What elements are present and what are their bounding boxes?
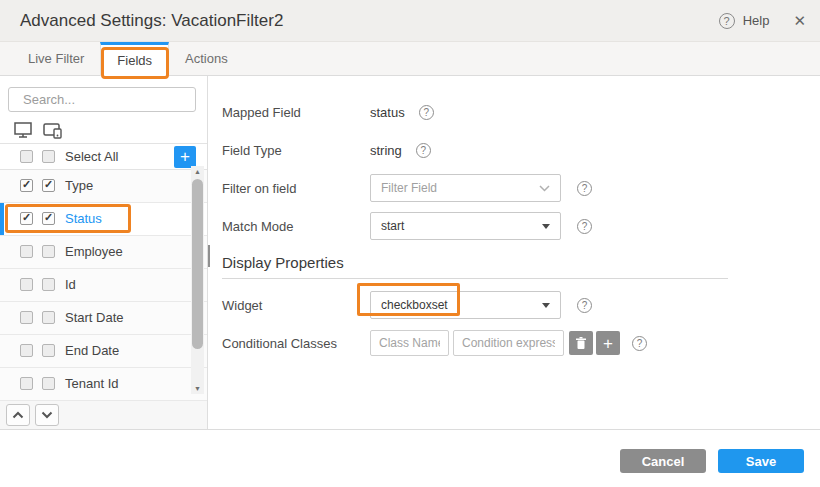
- mapped-field-label: Mapped Field: [222, 105, 370, 120]
- scroll-up-icon[interactable]: ▲: [191, 166, 204, 177]
- close-icon[interactable]: ✕: [793, 13, 806, 28]
- scrollbar[interactable]: ▲ ▼: [191, 166, 204, 394]
- field-label: End Date: [65, 343, 119, 358]
- mobile-checkbox[interactable]: [42, 212, 55, 225]
- desktop-checkbox[interactable]: [20, 311, 33, 324]
- desktop-checkbox[interactable]: [20, 344, 33, 357]
- search-area: [0, 76, 207, 116]
- mobile-devices-icon[interactable]: [42, 121, 64, 139]
- field-label: Tenant Id: [65, 376, 119, 391]
- field-list: Type Status Employee: [0, 170, 207, 401]
- dialog-titlebar: Advanced Settings: VacationFilter2 ? Hel…: [0, 0, 820, 42]
- help-icon[interactable]: [419, 105, 434, 120]
- field-list-item-employee[interactable]: Employee: [0, 236, 207, 269]
- dropdown-caret-icon: [542, 303, 550, 308]
- field-list-item-end-date[interactable]: End Date: [0, 335, 207, 368]
- help-icon[interactable]: [577, 219, 592, 234]
- mobile-checkbox[interactable]: [42, 311, 55, 324]
- help-link[interactable]: Help: [743, 13, 770, 28]
- search-input[interactable]: [23, 92, 199, 107]
- field-type-value: string: [370, 143, 402, 158]
- cancel-button[interactable]: Cancel: [620, 449, 706, 473]
- mobile-checkbox[interactable]: [42, 245, 55, 258]
- match-mode-row: Match Mode start: [222, 212, 820, 240]
- select-all-label: Select All: [65, 149, 118, 164]
- move-up-button[interactable]: [6, 404, 30, 426]
- field-list-item-id[interactable]: Id: [0, 269, 207, 302]
- mobile-checkbox[interactable]: [42, 278, 55, 291]
- help-icon[interactable]: [632, 336, 647, 351]
- chevron-down-icon: [539, 185, 550, 192]
- field-list-item-tenant-id[interactable]: Tenant Id: [0, 368, 207, 401]
- advanced-settings-dialog: Advanced Settings: VacationFilter2 ? Hel…: [0, 0, 820, 487]
- field-label: Id: [65, 277, 76, 292]
- help-icon[interactable]: [416, 143, 431, 158]
- desktop-checkbox[interactable]: [20, 179, 33, 192]
- widget-label: Widget: [222, 298, 370, 313]
- tab-label: Actions: [185, 51, 228, 66]
- help-icon[interactable]: ?: [719, 13, 735, 29]
- select-all-row[interactable]: Select All +: [0, 144, 207, 169]
- fields-sidebar: Select All + Type Status: [0, 76, 208, 429]
- filter-field-placeholder: Filter Field: [381, 181, 539, 195]
- field-list-item-type[interactable]: Type: [0, 170, 207, 203]
- mobile-checkbox[interactable]: [42, 377, 55, 390]
- desktop-checkbox[interactable]: [20, 245, 33, 258]
- titlebar-actions: ? Help ✕: [719, 13, 806, 29]
- condition-expression-input[interactable]: [453, 330, 564, 356]
- field-list-item-status[interactable]: Status: [0, 203, 207, 236]
- add-condition-button[interactable]: +: [596, 331, 620, 355]
- field-type-label: Field Type: [222, 143, 370, 158]
- save-button[interactable]: Save: [718, 449, 804, 473]
- filter-on-field-row: Filter on field Filter Field: [222, 174, 820, 202]
- dialog-title: Advanced Settings: VacationFilter2: [20, 11, 719, 31]
- field-label: Start Date: [65, 310, 124, 325]
- select-all-mobile-checkbox[interactable]: [42, 150, 55, 163]
- field-settings-panel: Mapped Field status Field Type string Fi…: [208, 76, 820, 429]
- desktop-checkbox[interactable]: [20, 377, 33, 390]
- tab-label: Fields: [117, 53, 152, 68]
- conditional-classes-label: Conditional Classes: [222, 336, 370, 351]
- widget-select[interactable]: checkboxset: [370, 291, 561, 319]
- field-label: Employee: [65, 244, 123, 259]
- desktop-checkbox[interactable]: [20, 278, 33, 291]
- display-properties-heading: Display Properties: [222, 254, 728, 279]
- chevron-up-icon: [12, 411, 24, 419]
- widget-value: checkboxset: [381, 298, 542, 312]
- device-toggle-row: [0, 116, 207, 144]
- tab-fields[interactable]: Fields: [100, 42, 169, 76]
- help-icon[interactable]: [577, 298, 592, 313]
- inner-scrollbar-thumb[interactable]: [208, 245, 210, 267]
- chevron-down-icon: [41, 411, 53, 419]
- scrollbar-thumb[interactable]: [192, 179, 203, 349]
- field-label: Status: [65, 211, 102, 226]
- delete-condition-button[interactable]: [569, 331, 593, 355]
- help-icon[interactable]: [577, 181, 592, 196]
- scroll-down-icon[interactable]: ▼: [191, 383, 204, 394]
- tab-actions[interactable]: Actions: [169, 42, 244, 75]
- select-all-desktop-checkbox[interactable]: [20, 150, 33, 163]
- mapped-field-value: status: [370, 105, 405, 120]
- filter-field-select[interactable]: Filter Field: [370, 174, 561, 202]
- filter-on-field-label: Filter on field: [222, 181, 370, 196]
- field-order-controls: [0, 401, 207, 429]
- tab-bar: Live Filter Fields Actions: [0, 42, 820, 76]
- search-box[interactable]: [8, 87, 196, 112]
- mapped-field-row: Mapped Field status: [222, 98, 820, 126]
- field-list-item-start-date[interactable]: Start Date: [0, 302, 207, 335]
- class-name-input[interactable]: [370, 330, 449, 356]
- conditional-classes-row: Conditional Classes +: [222, 329, 820, 357]
- match-mode-select[interactable]: start: [370, 212, 561, 240]
- mobile-checkbox[interactable]: [42, 344, 55, 357]
- widget-row: Widget checkboxset: [222, 291, 820, 319]
- field-label: Type: [65, 178, 93, 193]
- desktop-icon[interactable]: [13, 121, 33, 139]
- dropdown-caret-icon: [542, 224, 550, 229]
- match-mode-value: start: [381, 219, 542, 233]
- mobile-checkbox[interactable]: [42, 179, 55, 192]
- move-down-button[interactable]: [35, 404, 59, 426]
- desktop-checkbox[interactable]: [20, 212, 33, 225]
- match-mode-label: Match Mode: [222, 219, 370, 234]
- trash-icon: [575, 337, 587, 350]
- tab-live-filter[interactable]: Live Filter: [12, 42, 100, 75]
